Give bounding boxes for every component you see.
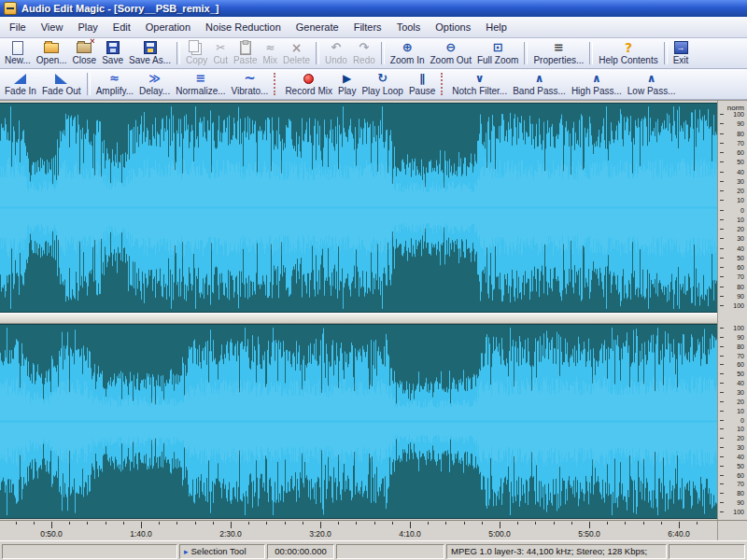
scale-label: 100: [733, 111, 744, 118]
help-icon: ?: [599, 40, 657, 55]
waveform-right-channel[interactable]: [0, 324, 717, 519]
scale-tick: [720, 356, 724, 357]
status-panel-empty: [2, 544, 177, 559]
timeline-ruler[interactable]: 0:50.01:40.02:30.03:20.04:10.05:00.05:50…: [0, 520, 747, 540]
waveform-display: norm 10090807060504030201001020304050607…: [0, 100, 747, 520]
open-button[interactable]: Open...: [34, 39, 70, 67]
save-button[interactable]: Save: [99, 39, 126, 67]
scale-tick: [720, 428, 724, 429]
menu-tools[interactable]: Tools: [389, 19, 429, 35]
button-label: Close: [73, 55, 97, 66]
scale-tick: [720, 483, 724, 484]
menu-noise-reduction[interactable]: Noise Reduction: [198, 19, 289, 35]
scale-label: 100: [733, 325, 744, 331]
menu-filters[interactable]: Filters: [346, 19, 389, 35]
notch-filter-icon: ∨: [452, 71, 507, 86]
save-as-button[interactable]: Save As...: [126, 39, 174, 67]
cut-button: ✂Cut: [210, 39, 231, 67]
delay-icon: ≫: [139, 71, 170, 86]
paste-clipboard-icon: [233, 40, 258, 55]
scale-tick: [720, 267, 724, 268]
close-button[interactable]: Close: [70, 39, 100, 67]
timeline-label: 6:40.0: [658, 529, 699, 539]
toolbar-grip: [441, 73, 446, 95]
notch-filter-button[interactable]: ∨Notch Filter...: [449, 70, 510, 98]
menu-generate[interactable]: Generate: [289, 19, 346, 35]
scale-tick: [720, 114, 724, 115]
menu-help[interactable]: Help: [478, 19, 514, 35]
button-label: Save: [102, 55, 123, 66]
scale-tick: [720, 161, 724, 162]
scale-tick: [720, 210, 724, 211]
pause-button[interactable]: ∥Pause: [406, 70, 438, 98]
band-pass-button[interactable]: ∧Band Pass...: [510, 70, 569, 98]
scale-label: 90: [737, 334, 744, 341]
scale-label: 20: [737, 399, 744, 405]
menu-operation[interactable]: Operation: [138, 19, 198, 35]
record-mix-button[interactable]: Record Mix: [282, 70, 335, 98]
scale-label: 90: [737, 120, 744, 127]
waveform-left-channel[interactable]: [0, 103, 717, 313]
full-zoom-button[interactable]: ⊡Full Zoom: [474, 39, 521, 67]
fade-in-button[interactable]: Fade In: [2, 70, 39, 98]
button-label: Open...: [36, 55, 67, 66]
record-icon: [285, 71, 332, 86]
scale-label: 20: [737, 435, 744, 441]
menu-edit[interactable]: Edit: [106, 19, 138, 35]
low-pass-button[interactable]: ∧Low Pass...: [625, 70, 679, 98]
menu-bar: FileViewPlayEditOperationNoise Reduction…: [0, 17, 747, 38]
button-label: Cut: [213, 55, 228, 66]
scale-label: 70: [737, 140, 744, 147]
menu-view[interactable]: View: [34, 19, 71, 35]
timeline-tick: [482, 522, 483, 525]
timeline-tick: [106, 522, 106, 525]
scale-tick: [720, 502, 724, 503]
button-label: Redo: [353, 55, 375, 66]
fade-out-button[interactable]: Fade Out: [39, 70, 84, 98]
copy-icon: [186, 40, 207, 55]
scale-tick: [720, 392, 724, 393]
play-button[interactable]: ▶Play: [335, 70, 359, 98]
timeline-tick: [571, 522, 572, 525]
zoom-in-button[interactable]: ⊕Zoom In: [388, 39, 428, 67]
high-pass-button[interactable]: ∧High Pass...: [569, 70, 625, 98]
timeline-tick: [607, 522, 608, 525]
scale-label: 30: [737, 444, 744, 451]
full-zoom-icon: ⊡: [477, 40, 518, 55]
properties-button[interactable]: ≡Properties...: [530, 39, 586, 67]
channel-splitter[interactable]: [0, 313, 717, 324]
play-loop-button[interactable]: ↻Play Loop: [359, 70, 405, 98]
scale-label: 70: [737, 353, 744, 359]
mix-button: ≈Mix: [261, 39, 281, 67]
help-contents-button[interactable]: ?Help Contents: [596, 39, 660, 67]
new-button[interactable]: New...: [2, 39, 34, 67]
amplify-button[interactable]: ≈Amplify...: [93, 70, 136, 98]
button-label: Play: [338, 86, 356, 97]
button-label: Zoom Out: [430, 55, 471, 66]
normalize-button[interactable]: ≡Normalize...: [173, 70, 228, 98]
scale-tick: [720, 181, 724, 182]
button-label: Full Zoom: [477, 55, 518, 66]
delay-button[interactable]: ≫Delay...: [136, 70, 173, 98]
button-label: Undo: [325, 55, 347, 66]
scale-tick: [720, 133, 724, 134]
scale-label: 50: [737, 159, 744, 165]
scale-label: 20: [737, 226, 744, 232]
timeline-tick: [356, 522, 357, 525]
undo-button: ↶Undo: [322, 39, 350, 67]
scale-tick: [720, 466, 724, 467]
scale-label: 50: [737, 371, 744, 377]
menu-file[interactable]: File: [2, 19, 34, 35]
vibrato-button[interactable]: ~Vibrato...: [229, 70, 272, 98]
timeline-tick: [554, 522, 555, 525]
title-bar: Audio Edit Magic - [Sorry__PSB_remix_]: [0, 0, 747, 17]
timeline-label: 4:10.0: [389, 529, 430, 539]
zoom-out-button[interactable]: ⊖Zoom Out: [427, 39, 473, 67]
button-label: Copy: [186, 55, 207, 66]
menu-play[interactable]: Play: [70, 19, 105, 35]
menu-options[interactable]: Options: [428, 19, 478, 35]
toolbar-effects: Fade InFade Out≈Amplify...≫Delay...≡Norm…: [0, 69, 747, 100]
exit-button[interactable]: →Exit: [670, 39, 692, 67]
window-title: Audio Edit Magic - [Sorry__PSB_remix_]: [21, 3, 219, 14]
timeline-tick: [248, 522, 249, 525]
